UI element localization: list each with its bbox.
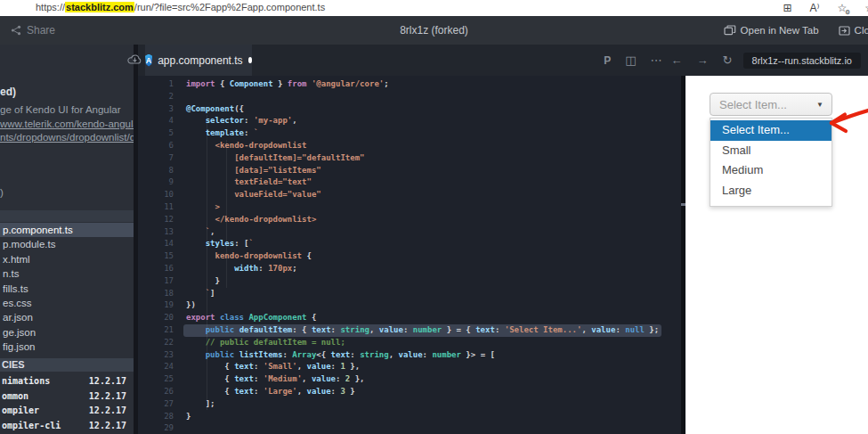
preview-back-icon[interactable]: ← (671, 53, 683, 67)
edge-star-icon[interactable]: ☆ (864, 3, 868, 13)
caret-down-icon: ▼ (816, 101, 831, 109)
code-line[interactable]: 14 styles: [` (138, 238, 681, 250)
file-item[interactable]: n.ts (0, 266, 134, 281)
line-number: 28 (138, 411, 186, 423)
code-area: 1import { Component } from '@angular/cor… (138, 78, 681, 434)
code-line[interactable]: 19}) (138, 299, 681, 312)
tab-app-component-ts[interactable]: A app.component.ts (145, 45, 252, 76)
code-line[interactable]: 9 textField="text" (138, 176, 681, 189)
line-number: 2 (138, 91, 186, 103)
file-item[interactable]: ar.json (0, 310, 134, 324)
code-line[interactable]: 22 // public defaultItem = null; (138, 337, 681, 349)
file-item[interactable]: fills.ts (0, 282, 134, 296)
line-number: 9 (138, 176, 186, 189)
dependency-item[interactable]: ompiler12.2.17 (0, 404, 134, 419)
dropdown-option[interactable]: Large (710, 181, 831, 201)
code-line[interactable]: 6 <kendo-dropdownlist (138, 140, 681, 152)
line-number: 3 (138, 103, 186, 116)
line-number: 15 (138, 250, 186, 263)
read-aloud-icon[interactable]: A⁾ (810, 3, 820, 13)
browser-window: https://stackblitz.com/run/?file=src%2Fa… (0, 0, 868, 434)
dependency-item[interactable]: ompiler-cli12.2.17 (0, 419, 134, 434)
dropdown-option[interactable]: Medium (710, 160, 831, 181)
code-line[interactable]: 7 [defaultItem]="defaultItem" (138, 152, 681, 165)
url-prefix: https:// (36, 2, 65, 12)
preview-refresh-icon[interactable]: ↻ (723, 53, 733, 67)
file-item[interactable]: p.component.ts (0, 223, 134, 237)
open-in-new-tab-button[interactable]: Open in New Tab (724, 25, 819, 36)
dependencies-header: CIES (0, 358, 134, 372)
code-line[interactable]: 28} (138, 411, 681, 423)
file-item[interactable]: x.html (0, 252, 134, 266)
code-line[interactable]: 10 valueField="value" (138, 189, 681, 201)
kendo-dropdownlist[interactable]: Select Item... ▼ (710, 93, 832, 116)
code-line[interactable]: 16 width: 170px; (138, 263, 681, 275)
code-line[interactable]: 11 > (138, 201, 681, 214)
file-item[interactable]: p.module.ts (0, 237, 134, 251)
code-line[interactable]: 26 { text: 'Large', value: 3 } (138, 386, 681, 398)
code-text: ]; (186, 398, 215, 411)
docs-link-line-2[interactable]: nts/dropdowns/dropdownlist/default- (0, 132, 138, 143)
code-text: kendo-dropdownlist { (186, 250, 312, 263)
line-number: 5 (138, 127, 186, 140)
line-number: 6 (138, 140, 186, 152)
code-line[interactable]: 20export class AppComponent { (138, 312, 681, 324)
prettier-button[interactable]: P (604, 54, 611, 67)
code-text: selector: 'my-app', (186, 115, 297, 127)
code-line[interactable]: 13 `, (138, 226, 681, 239)
code-line[interactable]: 29 (138, 422, 681, 434)
dropdown-option-selected[interactable]: Select Item... (710, 120, 831, 141)
line-number: 18 (138, 288, 186, 300)
preview-forward-icon[interactable]: → (697, 53, 709, 67)
files-section-header (0, 210, 134, 222)
code-text: { text: 'Small', value: 1 }, (186, 361, 360, 373)
more-options-icon[interactable]: ⋯ (651, 53, 662, 67)
file-item[interactable]: ge.json (0, 325, 134, 340)
preview-panel: Select Item... ▼ Select Item...SmallMedi… (685, 76, 868, 434)
dropdown-selected-value: Select Item... (710, 98, 816, 111)
code-line[interactable]: 3@Component({ (138, 103, 681, 116)
sidebar: ed) ge of Kendo UI for Angular www.teler… (0, 45, 138, 434)
preview-url-pill[interactable]: 8rlx1z--run.stackblitz.io (743, 53, 861, 69)
page-url[interactable]: https://stackblitz.com/run/?file=src%2Fa… (36, 2, 325, 12)
browser-address-bar[interactable]: https://stackblitz.com/run/?file=src%2Fa… (0, 0, 868, 17)
docs-link-line-1[interactable]: www.telerik.com/kendo-angular- (0, 119, 138, 129)
code-line[interactable]: 2 (138, 91, 681, 103)
dependency-item[interactable]: nimations12.2.17 (0, 374, 134, 389)
dependency-version: 12.2.17 (89, 374, 126, 389)
code-text: // public defaultItem = null; (186, 337, 345, 349)
code-line[interactable]: 21 public defaultItem: { text: string, v… (138, 324, 681, 337)
code-line[interactable]: 24 { text: 'Small', value: 1 }, (138, 361, 681, 373)
code-line[interactable]: 5 template: ` (138, 127, 681, 140)
line-number: 23 (138, 349, 186, 362)
file-list: p.component.tsp.module.tsx.htmln.tsfills… (0, 223, 134, 355)
code-editor[interactable]: 1import { Component } from '@angular/cor… (138, 76, 681, 434)
code-line[interactable]: 17 } (138, 275, 681, 288)
file-item[interactable]: fig.json (0, 340, 134, 354)
dependency-name: ommon (2, 389, 28, 405)
code-line[interactable]: 25 { text: 'Medium', value: 2 }, (138, 373, 681, 386)
dropdown-option[interactable]: Small (710, 141, 831, 161)
dependency-item[interactable]: ommon12.2.17 (0, 389, 134, 405)
code-line[interactable]: 27 ]; (138, 398, 681, 411)
code-text: styles: [` (186, 238, 254, 250)
favorites-icon[interactable]: ☆⚙ (837, 3, 847, 13)
code-line[interactable]: 12 </kendo-dropdownlist> (138, 214, 681, 226)
code-text: [defaultItem]="defaultItem" (186, 152, 364, 165)
code-line[interactable]: 4 selector: 'my-app', (138, 115, 681, 127)
code-line[interactable]: 1import { Component } from '@angular/cor… (138, 78, 681, 91)
code-line[interactable]: 15 kendo-dropdownlist { (138, 250, 681, 263)
code-text: }) (186, 299, 196, 312)
code-line[interactable]: 8 [data]="listItems" (138, 165, 681, 177)
file-item[interactable]: es.css (0, 296, 134, 310)
open-in-new-tab-icon (724, 25, 736, 36)
code-text: <kendo-dropdownlist (186, 140, 306, 152)
line-number: 22 (138, 337, 186, 349)
close-button[interactable]: Close (839, 25, 868, 36)
split-editor-icon[interactable]: ◫ (625, 53, 636, 67)
split-screen-icon[interactable]: ⊞ (783, 3, 791, 13)
cloud-download-icon[interactable] (127, 53, 142, 65)
line-number: 27 (138, 398, 186, 411)
code-line[interactable]: 23 public listItems: Array<{ text: strin… (138, 349, 681, 362)
code-line[interactable]: 18 `] (138, 288, 681, 300)
